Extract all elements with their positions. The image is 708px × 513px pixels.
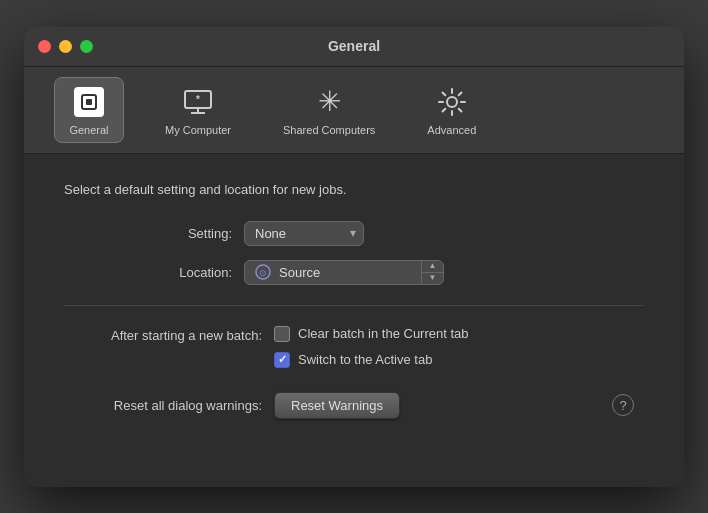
clear-batch-label: Clear batch in the Current tab xyxy=(298,326,469,341)
divider xyxy=(64,305,644,306)
general-icon xyxy=(71,84,107,120)
titlebar: General xyxy=(24,27,684,67)
location-select[interactable]: Source xyxy=(273,261,443,284)
location-row: Location: ⊙ Source ▲ ▼ xyxy=(64,260,644,285)
toolbar: General * My Computer ✳ Shared Computer xyxy=(24,67,684,154)
tab-general[interactable]: General xyxy=(54,77,124,143)
svg-text:✳: ✳ xyxy=(318,86,341,117)
setting-label: Setting: xyxy=(64,226,244,241)
window-title: General xyxy=(328,38,380,54)
svg-point-7 xyxy=(447,97,457,107)
batch-section: After starting a new batch: Clear batch … xyxy=(64,326,644,368)
shared-icon: ✳ xyxy=(311,84,347,120)
setting-select-wrapper: None xyxy=(244,221,364,246)
svg-text:*: * xyxy=(196,94,200,105)
tab-advanced[interactable]: Advanced xyxy=(416,77,487,143)
switch-tab-row[interactable]: Switch to the Active tab xyxy=(274,352,469,368)
computer-icon: * xyxy=(180,84,216,120)
batch-options: Clear batch in the Current tab Switch to… xyxy=(274,326,469,368)
tab-my-computer[interactable]: * My Computer xyxy=(154,77,242,143)
help-icon[interactable]: ? xyxy=(612,394,634,416)
gear-icon xyxy=(434,84,470,120)
batch-label: After starting a new batch: xyxy=(64,328,274,343)
maximize-button[interactable] xyxy=(80,40,93,53)
svg-text:⊙: ⊙ xyxy=(259,268,267,278)
description-text: Select a default setting and location fo… xyxy=(64,182,644,197)
window-controls xyxy=(38,40,93,53)
tab-shared-computers-label: Shared Computers xyxy=(283,124,375,136)
close-button[interactable] xyxy=(38,40,51,53)
reset-label: Reset all dialog warnings: xyxy=(64,398,274,413)
location-folder-icon: ⊙ xyxy=(253,262,273,282)
switch-tab-checkbox[interactable] xyxy=(274,352,290,368)
tab-general-label: General xyxy=(69,124,108,136)
minimize-button[interactable] xyxy=(59,40,72,53)
spinner-up-icon[interactable]: ▲ xyxy=(422,261,443,273)
tab-advanced-label: Advanced xyxy=(427,124,476,136)
setting-select[interactable]: None xyxy=(244,221,364,246)
tab-my-computer-label: My Computer xyxy=(165,124,231,136)
clear-batch-checkbox[interactable] xyxy=(274,326,290,342)
content-area: Select a default setting and location fo… xyxy=(24,154,684,447)
tab-shared-computers[interactable]: ✳ Shared Computers xyxy=(272,77,386,143)
reset-warnings-button[interactable]: Reset Warnings xyxy=(274,392,400,419)
location-select-wrapper[interactable]: ⊙ Source ▲ ▼ xyxy=(244,260,444,285)
setting-row: Setting: None xyxy=(64,221,644,246)
svg-rect-1 xyxy=(86,99,92,105)
location-label: Location: xyxy=(64,265,244,280)
reset-section: Reset all dialog warnings: Reset Warning… xyxy=(64,392,644,419)
switch-tab-label: Switch to the Active tab xyxy=(298,352,432,367)
main-window: General General * xyxy=(24,27,684,487)
clear-batch-row[interactable]: Clear batch in the Current tab xyxy=(274,326,469,342)
location-spinner[interactable]: ▲ ▼ xyxy=(421,261,443,284)
spinner-down-icon[interactable]: ▼ xyxy=(422,273,443,284)
